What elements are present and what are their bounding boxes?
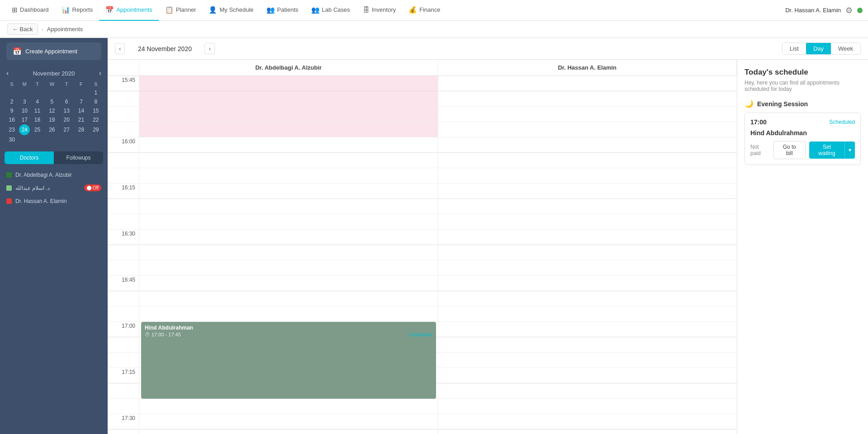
nav-lab-cases[interactable]: 👥 Lab Cases <box>305 0 356 21</box>
col2-slot-9[interactable] <box>438 214 737 230</box>
nav-my-schedule[interactable]: 👤 My Schedule <box>202 0 260 21</box>
cal-day-6[interactable]: 6 <box>59 97 74 106</box>
mini-cal-next[interactable]: › <box>99 69 101 77</box>
appointment-block[interactable]: Hind Abdulrahman ⏱ 17:00 - 17:45 Schedul… <box>141 322 436 399</box>
cal-day-19[interactable]: 19 <box>45 115 59 124</box>
cal-day-28[interactable]: 28 <box>74 124 88 135</box>
nav-finance[interactable]: 💰 Finance <box>402 0 446 21</box>
col1-slot-13[interactable] <box>139 276 438 291</box>
doctor-item-0[interactable]: Dr. Abdelbagi A. Alzubir <box>5 169 103 181</box>
cal-day-15[interactable]: 15 <box>89 106 103 115</box>
cal-day-7[interactable]: 7 <box>74 97 88 106</box>
cal-day-22[interactable]: 22 <box>89 115 103 124</box>
create-appointment-button[interactable]: 📅 Create Appointment <box>6 42 101 60</box>
nav-inventory[interactable]: 🗄 Inventory <box>356 0 402 21</box>
col2-slot-1[interactable] <box>438 91 737 107</box>
cal-day-24[interactable]: 24 <box>19 124 30 135</box>
cal-day-20[interactable]: 20 <box>59 115 74 124</box>
col2-slot-10[interactable] <box>438 230 737 245</box>
col1-slot-7[interactable] <box>139 184 438 199</box>
col1-slot-1[interactable] <box>139 91 438 107</box>
cal-day-11[interactable]: 11 <box>30 106 44 115</box>
col2-slot-13[interactable] <box>438 276 737 291</box>
col2-slot-23[interactable] <box>438 429 737 434</box>
cal-day-13[interactable]: 13 <box>59 106 74 115</box>
cal-day-16[interactable]: 16 <box>5 115 19 124</box>
nav-appointments[interactable]: 📅 Appointments <box>99 0 159 21</box>
back-button[interactable]: ← Back <box>7 24 38 35</box>
col2-slot-2[interactable] <box>438 107 737 122</box>
set-waiting-button[interactable]: Set waiting <box>809 142 844 159</box>
col2-slot-8[interactable] <box>438 199 737 214</box>
col2-slot-14[interactable] <box>438 291 737 307</box>
col1-slot-8[interactable] <box>139 199 438 214</box>
col2-slot-15[interactable] <box>438 307 737 322</box>
col2-slot-21[interactable] <box>438 399 737 414</box>
date-next-button[interactable]: › <box>204 43 214 54</box>
view-week-button[interactable]: Week <box>831 43 860 54</box>
tab-doctors[interactable]: Doctors <box>5 151 54 164</box>
col2-slot-22[interactable] <box>438 414 737 429</box>
doctor-item-1[interactable]: د. اسلام عبداللهOff <box>5 181 103 195</box>
col2-slot-12[interactable] <box>438 260 737 276</box>
col2-slot-0[interactable] <box>438 76 737 91</box>
col1-slot-5[interactable] <box>139 153 438 168</box>
col2-slot-16[interactable] <box>438 322 737 337</box>
cal-day-4[interactable]: 4 <box>30 97 44 106</box>
col2-slot-20[interactable] <box>438 383 737 399</box>
col2-slot-3[interactable] <box>438 122 737 137</box>
cal-day-29[interactable]: 29 <box>89 124 103 135</box>
col2-slot-6[interactable] <box>438 168 737 184</box>
cal-day-17[interactable]: 17 <box>19 115 30 124</box>
col1-slot-21[interactable] <box>139 399 438 414</box>
cal-day-30[interactable]: 30 <box>5 135 19 144</box>
col1-slot-14[interactable] <box>139 291 438 307</box>
cal-day-26[interactable]: 26 <box>45 124 59 135</box>
cal-day-21[interactable]: 21 <box>74 115 88 124</box>
doctor-column-1[interactable]: Hind Abdulrahman ⏱ 17:00 - 17:45 Schedul… <box>139 76 438 434</box>
col2-slot-7[interactable] <box>438 184 737 199</box>
col1-slot-2[interactable] <box>139 107 438 122</box>
cal-day-10[interactable]: 10 <box>19 106 30 115</box>
doctor-column-2[interactable] <box>438 76 737 434</box>
cal-day-8[interactable]: 8 <box>89 97 103 106</box>
nav-reports[interactable]: 📊 Reports <box>55 0 100 21</box>
col2-slot-18[interactable] <box>438 353 737 368</box>
cal-day-12[interactable]: 12 <box>45 106 59 115</box>
go-to-bill-button[interactable]: Go to bill <box>773 141 806 159</box>
col1-slot-12[interactable] <box>139 260 438 276</box>
col1-slot-22[interactable] <box>139 414 438 429</box>
cal-day-5[interactable]: 5 <box>45 97 59 106</box>
col1-slot-11[interactable] <box>139 245 438 260</box>
nav-patients[interactable]: 👥 Patients <box>260 0 305 21</box>
settings-button[interactable]: ⚙ <box>845 5 853 15</box>
col1-slot-6[interactable] <box>139 168 438 184</box>
nav-planner[interactable]: 📋 Planner <box>159 0 203 21</box>
doctor-toggle[interactable]: Off <box>84 184 101 191</box>
cal-day-3[interactable]: 3 <box>19 97 30 106</box>
nav-dashboard[interactable]: ⊞ Dashboard <box>5 0 55 21</box>
set-waiting-dropdown[interactable]: ▾ <box>844 142 855 159</box>
cal-day-2[interactable]: 2 <box>5 97 19 106</box>
col2-slot-5[interactable] <box>438 153 737 168</box>
col1-slot-9[interactable] <box>139 214 438 230</box>
view-day-button[interactable]: Day <box>806 43 831 54</box>
col2-slot-11[interactable] <box>438 245 737 260</box>
col1-slot-10[interactable] <box>139 230 438 245</box>
cal-day-1[interactable]: 1 <box>89 88 103 97</box>
col1-slot-15[interactable] <box>139 307 438 322</box>
cal-day-27[interactable]: 27 <box>59 124 74 135</box>
view-list-button[interactable]: List <box>783 43 806 54</box>
col1-slot-0[interactable] <box>139 76 438 91</box>
col1-slot-23[interactable] <box>139 429 438 434</box>
col2-slot-19[interactable] <box>438 368 737 383</box>
col2-slot-4[interactable] <box>438 137 737 153</box>
doctor-item-2[interactable]: Dr. Hassan A. Elamin <box>5 195 103 208</box>
cal-day-9[interactable]: 9 <box>5 106 19 115</box>
cal-day-23[interactable]: 23 <box>5 124 19 135</box>
cal-day-18[interactable]: 18 <box>30 115 44 124</box>
mini-cal-prev[interactable]: ‹ <box>6 69 9 77</box>
col1-slot-3[interactable] <box>139 122 438 137</box>
cal-day-14[interactable]: 14 <box>74 106 88 115</box>
col2-slot-17[interactable] <box>438 337 737 353</box>
